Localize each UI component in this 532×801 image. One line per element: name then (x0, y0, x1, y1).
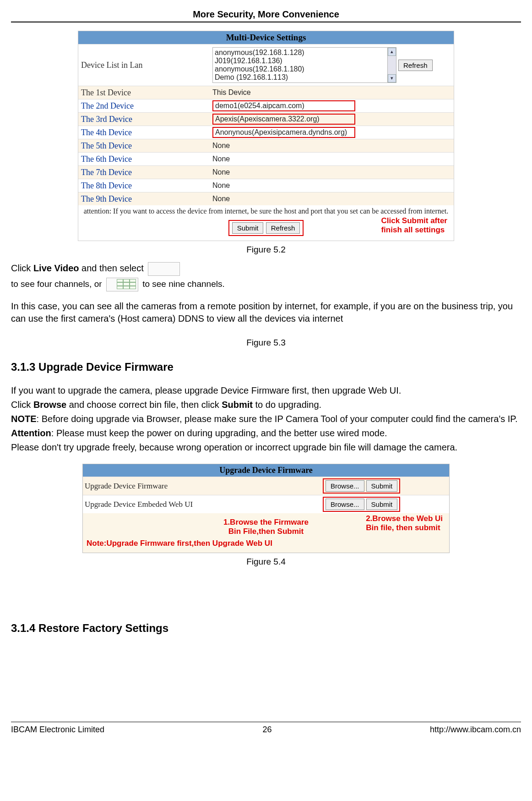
footer-page-number: 26 (262, 725, 271, 735)
section-heading-313: 3.1.3 Upgrade Device Firmware (11, 361, 521, 373)
device-list-item[interactable]: anonymous(192.168.1.180) (215, 65, 385, 73)
device-row-label: The 3rd Device (78, 114, 210, 125)
page-header: More Security, More Convenience (11, 9, 521, 22)
figure-caption: Figure 5.3 (11, 338, 521, 348)
scroll-up-icon[interactable]: ▴ (388, 48, 396, 56)
body-text: If you want to upgrade the camera, pleas… (11, 384, 521, 397)
device-list-box[interactable]: anonymous(192.168.1.128) J019(192.168.1.… (212, 47, 396, 83)
attention-text: attention: If you want to access the dev… (78, 205, 454, 217)
device-row-label: The 4th Device (78, 127, 210, 138)
device-row-value: None (210, 167, 454, 177)
device-row-value: None (210, 194, 454, 204)
browse-submit-group: Browse... Submit (323, 478, 400, 494)
note-right: 2.Browse the Web UiBin file, then submit (366, 514, 443, 533)
panel-title: Upgrade Device Firmware (83, 464, 449, 477)
device-row-value[interactable]: Apexis(Apexiscamera.3322.org) (212, 114, 355, 125)
figure-caption: Figure 5.4 (11, 557, 521, 567)
submit-button[interactable]: Submit (232, 222, 264, 234)
device-row-value: This Device (210, 88, 454, 98)
refresh-button[interactable]: Refresh (398, 60, 433, 71)
upgrade-webui-label: Upgrade Device Embeded Web UI (85, 500, 259, 509)
device-row-value: None (210, 141, 454, 151)
note-bottom: Note:Upgrade Firmware first,then Upgrade… (87, 539, 445, 548)
browse-button[interactable]: Browse... (326, 480, 364, 492)
device-list-item[interactable]: J019(192.168.1.136) (215, 57, 385, 65)
figure-caption: Figure 5.2 (11, 245, 521, 255)
submit-button[interactable]: Submit (366, 499, 398, 510)
footer-left: IBCAM Electronic Limited (11, 725, 104, 735)
device-row-label: The 8th Device (78, 180, 210, 192)
device-row-label: The 1st Device (78, 87, 210, 99)
body-text: Click Browse and choose correct bin file… (11, 399, 521, 411)
instruction-paragraph: In this case, you can see all the camera… (11, 300, 521, 325)
page-footer: IBCAM Electronic Limited 26 http://www.i… (11, 722, 521, 735)
device-row-value: None (210, 181, 454, 191)
scroll-down-icon[interactable]: ▾ (388, 74, 396, 82)
multi-device-settings-panel: Multi-Device Settings Device List in Lan… (78, 31, 454, 241)
device-row-value[interactable]: Anonynous(Apexisipcamera.dyndns.org) (212, 127, 355, 138)
body-text: Please don't try upgrade freely, because… (11, 441, 521, 454)
scrollbar[interactable]: ▴ ▾ (387, 48, 396, 82)
device-row-label: The 5th Device (78, 140, 210, 152)
device-row-label: The 6th Device (78, 154, 210, 165)
panel-title: Multi-Device Settings (78, 31, 454, 44)
refresh-button[interactable]: Refresh (266, 222, 300, 234)
device-list-item[interactable]: Demo (192.168.1.113) (215, 73, 385, 82)
device-row-label: The 9th Device (78, 193, 210, 205)
upgrade-firmware-panel: Upgrade Device Firmware Upgrade Device F… (82, 464, 450, 553)
device-row-label: The 2nd Device (78, 100, 210, 112)
submit-hint: Click Submit after finish all settings (381, 216, 447, 235)
device-list-item[interactable]: anonymous(192.168.1.128) (215, 49, 385, 57)
browse-button[interactable]: Browse... (326, 499, 364, 510)
device-row-label: The 7th Device (78, 167, 210, 178)
section-heading-314: 3.1.4 Restore Factory Settings (11, 622, 521, 635)
body-text: NOTE: Before doing upgrade via Browser, … (11, 413, 521, 425)
footer-right: http://www.ibcam.com.cn (430, 725, 521, 735)
instruction-paragraph: Click Live Video and then select (11, 262, 521, 276)
body-text: Attention: Please must keep the power on… (11, 427, 521, 439)
four-channel-icon[interactable] (148, 262, 180, 276)
submit-button[interactable]: Submit (366, 480, 398, 492)
upgrade-firmware-label: Upgrade Device Firmware (85, 482, 259, 491)
browse-submit-group: Browse... Submit (323, 497, 400, 512)
submit-refresh-group: Submit Refresh (228, 220, 304, 236)
device-list-label: Device List in Lan (78, 60, 210, 71)
nine-channel-icon[interactable] (106, 278, 138, 291)
device-row-value[interactable]: demo1(e0254.aipcam.com) (212, 100, 355, 111)
device-row-value: None (210, 154, 454, 164)
